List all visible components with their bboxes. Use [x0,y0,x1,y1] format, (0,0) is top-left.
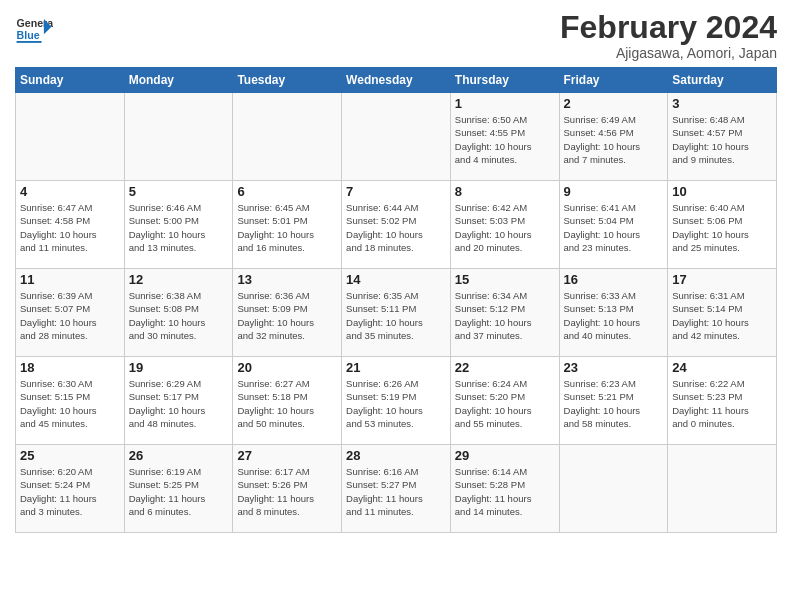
day-info: Sunrise: 6:48 AM Sunset: 4:57 PM Dayligh… [672,113,772,166]
weekday-header-saturday: Saturday [668,68,777,93]
calendar-table: SundayMondayTuesdayWednesdayThursdayFrid… [15,67,777,533]
day-number: 27 [237,448,337,463]
day-cell: 29Sunrise: 6:14 AM Sunset: 5:28 PM Dayli… [450,445,559,533]
day-info: Sunrise: 6:44 AM Sunset: 5:02 PM Dayligh… [346,201,446,254]
title-block: February 2024 Ajigasawa, Aomori, Japan [560,10,777,61]
day-info: Sunrise: 6:22 AM Sunset: 5:23 PM Dayligh… [672,377,772,430]
header: General Blue February 2024 Ajigasawa, Ao… [15,10,777,61]
day-number: 28 [346,448,446,463]
day-cell: 18Sunrise: 6:30 AM Sunset: 5:15 PM Dayli… [16,357,125,445]
day-info: Sunrise: 6:40 AM Sunset: 5:06 PM Dayligh… [672,201,772,254]
day-info: Sunrise: 6:46 AM Sunset: 5:00 PM Dayligh… [129,201,229,254]
day-info: Sunrise: 6:20 AM Sunset: 5:24 PM Dayligh… [20,465,120,518]
day-number: 16 [564,272,664,287]
day-info: Sunrise: 6:19 AM Sunset: 5:25 PM Dayligh… [129,465,229,518]
weekday-header-thursday: Thursday [450,68,559,93]
day-info: Sunrise: 6:47 AM Sunset: 4:58 PM Dayligh… [20,201,120,254]
location: Ajigasawa, Aomori, Japan [560,45,777,61]
day-cell: 11Sunrise: 6:39 AM Sunset: 5:07 PM Dayli… [16,269,125,357]
day-cell: 17Sunrise: 6:31 AM Sunset: 5:14 PM Dayli… [668,269,777,357]
day-cell [233,93,342,181]
day-info: Sunrise: 6:38 AM Sunset: 5:08 PM Dayligh… [129,289,229,342]
day-cell: 19Sunrise: 6:29 AM Sunset: 5:17 PM Dayli… [124,357,233,445]
day-info: Sunrise: 6:27 AM Sunset: 5:18 PM Dayligh… [237,377,337,430]
week-row-2: 4Sunrise: 6:47 AM Sunset: 4:58 PM Daylig… [16,181,777,269]
day-info: Sunrise: 6:29 AM Sunset: 5:17 PM Dayligh… [129,377,229,430]
weekday-header-tuesday: Tuesday [233,68,342,93]
day-info: Sunrise: 6:17 AM Sunset: 5:26 PM Dayligh… [237,465,337,518]
day-number: 21 [346,360,446,375]
day-info: Sunrise: 6:49 AM Sunset: 4:56 PM Dayligh… [564,113,664,166]
svg-text:Blue: Blue [17,29,40,41]
day-number: 10 [672,184,772,199]
day-cell: 10Sunrise: 6:40 AM Sunset: 5:06 PM Dayli… [668,181,777,269]
day-number: 14 [346,272,446,287]
week-row-4: 18Sunrise: 6:30 AM Sunset: 5:15 PM Dayli… [16,357,777,445]
day-number: 1 [455,96,555,111]
day-number: 18 [20,360,120,375]
day-info: Sunrise: 6:45 AM Sunset: 5:01 PM Dayligh… [237,201,337,254]
day-cell: 3Sunrise: 6:48 AM Sunset: 4:57 PM Daylig… [668,93,777,181]
day-cell: 12Sunrise: 6:38 AM Sunset: 5:08 PM Dayli… [124,269,233,357]
header-row: SundayMondayTuesdayWednesdayThursdayFrid… [16,68,777,93]
day-cell: 4Sunrise: 6:47 AM Sunset: 4:58 PM Daylig… [16,181,125,269]
main-container: General Blue February 2024 Ajigasawa, Ao… [0,0,792,543]
day-info: Sunrise: 6:50 AM Sunset: 4:55 PM Dayligh… [455,113,555,166]
day-info: Sunrise: 6:14 AM Sunset: 5:28 PM Dayligh… [455,465,555,518]
day-cell [16,93,125,181]
day-info: Sunrise: 6:26 AM Sunset: 5:19 PM Dayligh… [346,377,446,430]
day-number: 26 [129,448,229,463]
day-number: 15 [455,272,555,287]
weekday-header-sunday: Sunday [16,68,125,93]
day-number: 24 [672,360,772,375]
day-info: Sunrise: 6:34 AM Sunset: 5:12 PM Dayligh… [455,289,555,342]
day-number: 3 [672,96,772,111]
day-info: Sunrise: 6:42 AM Sunset: 5:03 PM Dayligh… [455,201,555,254]
day-number: 17 [672,272,772,287]
weekday-header-monday: Monday [124,68,233,93]
day-cell: 5Sunrise: 6:46 AM Sunset: 5:00 PM Daylig… [124,181,233,269]
day-number: 5 [129,184,229,199]
day-info: Sunrise: 6:39 AM Sunset: 5:07 PM Dayligh… [20,289,120,342]
day-number: 19 [129,360,229,375]
logo: General Blue [15,10,53,52]
day-cell: 16Sunrise: 6:33 AM Sunset: 5:13 PM Dayli… [559,269,668,357]
day-info: Sunrise: 6:33 AM Sunset: 5:13 PM Dayligh… [564,289,664,342]
day-cell: 1Sunrise: 6:50 AM Sunset: 4:55 PM Daylig… [450,93,559,181]
day-cell: 15Sunrise: 6:34 AM Sunset: 5:12 PM Dayli… [450,269,559,357]
day-number: 13 [237,272,337,287]
month-title: February 2024 [560,10,777,45]
day-cell: 23Sunrise: 6:23 AM Sunset: 5:21 PM Dayli… [559,357,668,445]
day-number: 11 [20,272,120,287]
day-cell: 26Sunrise: 6:19 AM Sunset: 5:25 PM Dayli… [124,445,233,533]
day-number: 20 [237,360,337,375]
day-number: 6 [237,184,337,199]
day-info: Sunrise: 6:41 AM Sunset: 5:04 PM Dayligh… [564,201,664,254]
day-cell: 24Sunrise: 6:22 AM Sunset: 5:23 PM Dayli… [668,357,777,445]
day-info: Sunrise: 6:16 AM Sunset: 5:27 PM Dayligh… [346,465,446,518]
day-info: Sunrise: 6:30 AM Sunset: 5:15 PM Dayligh… [20,377,120,430]
day-cell: 22Sunrise: 6:24 AM Sunset: 5:20 PM Dayli… [450,357,559,445]
week-row-3: 11Sunrise: 6:39 AM Sunset: 5:07 PM Dayli… [16,269,777,357]
day-cell: 21Sunrise: 6:26 AM Sunset: 5:19 PM Dayli… [342,357,451,445]
day-number: 12 [129,272,229,287]
week-row-5: 25Sunrise: 6:20 AM Sunset: 5:24 PM Dayli… [16,445,777,533]
day-cell [668,445,777,533]
day-cell: 25Sunrise: 6:20 AM Sunset: 5:24 PM Dayli… [16,445,125,533]
day-info: Sunrise: 6:31 AM Sunset: 5:14 PM Dayligh… [672,289,772,342]
day-info: Sunrise: 6:24 AM Sunset: 5:20 PM Dayligh… [455,377,555,430]
day-cell: 14Sunrise: 6:35 AM Sunset: 5:11 PM Dayli… [342,269,451,357]
day-cell: 6Sunrise: 6:45 AM Sunset: 5:01 PM Daylig… [233,181,342,269]
day-cell: 20Sunrise: 6:27 AM Sunset: 5:18 PM Dayli… [233,357,342,445]
day-number: 23 [564,360,664,375]
day-cell: 28Sunrise: 6:16 AM Sunset: 5:27 PM Dayli… [342,445,451,533]
day-number: 8 [455,184,555,199]
day-cell [559,445,668,533]
day-number: 2 [564,96,664,111]
day-cell [124,93,233,181]
day-info: Sunrise: 6:35 AM Sunset: 5:11 PM Dayligh… [346,289,446,342]
day-number: 25 [20,448,120,463]
weekday-header-friday: Friday [559,68,668,93]
day-cell: 27Sunrise: 6:17 AM Sunset: 5:26 PM Dayli… [233,445,342,533]
day-info: Sunrise: 6:36 AM Sunset: 5:09 PM Dayligh… [237,289,337,342]
